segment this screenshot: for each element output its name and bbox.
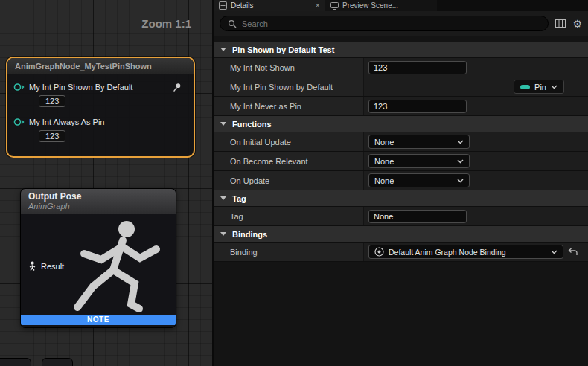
property-label: My Int Not Shown — [214, 58, 364, 77]
pose-pin-icon[interactable] — [28, 261, 36, 271]
property-label: My Int Never as Pin — [214, 97, 364, 115]
pin-row[interactable]: My Int Always As Pin — [13, 116, 188, 128]
binding-dropdown[interactable]: Default Anim Graph Node Binding — [368, 245, 563, 259]
property-row: My Int Never as Pin — [214, 97, 588, 116]
tab-bar: Details × Preview Scene... — [214, 0, 588, 11]
section-header-functions[interactable]: Functions — [214, 116, 588, 132]
property-row: On Update None — [214, 171, 588, 190]
int-pin-icon[interactable] — [13, 83, 25, 92]
chevron-down-icon — [457, 179, 464, 183]
chevron-down-icon — [551, 85, 557, 89]
section-header-pin-shown-by-default-test[interactable]: Pin Shown by Default Test — [214, 42, 588, 58]
node-body: My Int Pin Shown By Default 123 My Int A… — [7, 74, 194, 151]
property-row: On Become Relevant None — [214, 152, 588, 171]
tab-preview-scene[interactable]: Preview Scene... — [325, 0, 437, 11]
pin-value-input[interactable]: 123 — [39, 130, 65, 142]
property-value: None — [364, 171, 588, 190]
section-header-bindings[interactable]: Bindings — [214, 226, 588, 243]
chevron-down-icon — [457, 140, 464, 144]
node-subtitle: AnimGraph — [28, 202, 168, 211]
property-value: None — [364, 132, 588, 151]
reset-to-default-icon[interactable] — [568, 248, 578, 256]
property-label: On Update — [214, 171, 364, 190]
section-title: Bindings — [232, 230, 267, 239]
pin-row[interactable]: My Int Pin Shown By Default — [13, 81, 188, 93]
pin-label: My Int Always As Pin — [29, 118, 104, 126]
tab-label: Preview Scene... — [342, 1, 398, 10]
close-tab-icon[interactable]: × — [316, 1, 320, 10]
display-filter-icon[interactable] — [555, 19, 566, 28]
chevron-down-icon — [220, 48, 226, 51]
property-value: Default Anim Graph Node Binding — [364, 243, 588, 261]
pin-value-input[interactable]: 123 — [39, 95, 65, 107]
chevron-down-icon — [551, 250, 557, 254]
property-label: My Int Pin Shown by Default — [214, 77, 364, 96]
pin-dropdown-button[interactable]: Pin — [514, 80, 564, 94]
pin-label: My Int Pin Shown By Default — [29, 83, 132, 92]
chevron-down-icon — [220, 196, 226, 200]
preview-scene-tab-icon — [330, 1, 339, 10]
section-title: Pin Shown by Default Test — [232, 45, 334, 54]
search-box[interactable] — [220, 16, 549, 31]
pin-capsule-icon — [520, 85, 530, 89]
mannequin-figure — [54, 214, 173, 325]
property-row: Binding Default Anim Graph Node Binding — [214, 243, 588, 262]
property-row: On Initial Update None — [214, 132, 588, 152]
details-tab-icon — [219, 1, 227, 10]
node-animgraphnode-mytestpinshown[interactable]: AnimGraphNode_MyTestPinShown My Int Pin … — [6, 57, 195, 158]
property-value — [364, 58, 588, 77]
chevron-down-icon — [220, 122, 226, 126]
section-title: Functions — [232, 120, 272, 129]
property-value: None — [364, 152, 588, 170]
function-select-dropdown[interactable]: None — [368, 154, 470, 168]
property-row: Tag — [214, 207, 588, 226]
node-title[interactable]: AnimGraphNode_MyTestPinShown — [7, 58, 194, 74]
property-value — [364, 97, 588, 115]
pin-button-label: Pin — [534, 83, 546, 92]
animgraph-canvas[interactable]: Zoom 1:1 AnimGraphNode_MyTestPinShown My… — [0, 0, 212, 366]
binding-icon — [374, 247, 384, 257]
details-toolbar: ⚙ — [214, 11, 588, 36]
property-value: Pin — [364, 77, 588, 96]
property-label: On Initial Update — [214, 132, 364, 151]
property-row: My Int Not Shown — [214, 58, 588, 77]
node-header[interactable]: Output Pose AnimGraph — [21, 189, 176, 214]
details-panel: Details × Preview Scene... ⚙ Pin Shown — [212, 0, 588, 366]
tag-input[interactable] — [368, 210, 467, 223]
node-title: Output Pose — [28, 191, 168, 202]
chevron-down-icon — [220, 232, 226, 236]
partial-node[interactable] — [0, 358, 31, 366]
property-value — [364, 207, 588, 225]
zoom-level-label: Zoom 1:1 — [141, 17, 191, 30]
int-pin-icon[interactable] — [13, 118, 25, 126]
result-pin-label: Result — [41, 262, 64, 271]
int-value-input[interactable] — [368, 100, 467, 113]
node-output-pose[interactable]: Output Pose AnimGraph Result — [20, 188, 176, 328]
property-label: On Become Relevant — [214, 152, 364, 170]
property-row: My Int Pin Shown by Default Pin — [214, 77, 588, 97]
partial-node[interactable] — [42, 358, 73, 366]
section-header-tag[interactable]: Tag — [214, 190, 588, 207]
pushpin-icon[interactable] — [173, 83, 182, 92]
search-input[interactable] — [242, 19, 540, 28]
property-label: Binding — [214, 243, 364, 261]
section-title: Tag — [232, 194, 246, 203]
node-body: Result NOTE — [21, 214, 176, 325]
search-icon — [228, 19, 237, 28]
tab-details[interactable]: Details × — [214, 0, 325, 11]
property-label: Tag — [214, 207, 364, 225]
property-list: Pin Shown by Default Test My Int Not Sho… — [214, 36, 588, 366]
function-select-dropdown[interactable]: None — [368, 173, 470, 187]
note-bar: NOTE — [21, 315, 176, 325]
int-value-input[interactable] — [368, 61, 467, 74]
unreal-editor-window: Zoom 1:1 AnimGraphNode_MyTestPinShown My… — [0, 0, 588, 366]
result-pin[interactable]: Result — [28, 261, 64, 271]
settings-gear-icon[interactable]: ⚙ — [572, 19, 582, 29]
function-select-dropdown[interactable]: None — [368, 135, 470, 149]
chevron-down-icon — [457, 159, 464, 164]
tab-label: Details — [231, 1, 254, 10]
